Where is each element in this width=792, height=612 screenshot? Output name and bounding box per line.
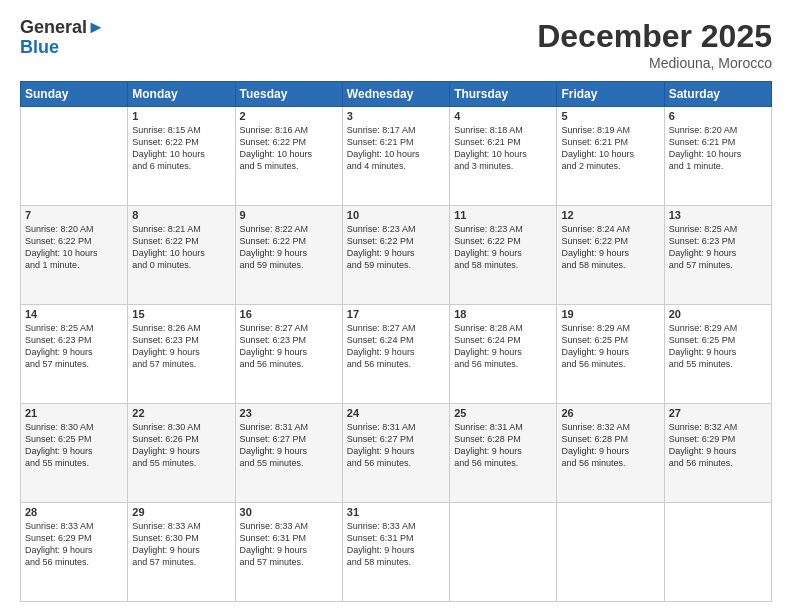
day-cell: 2Sunrise: 8:16 AM Sunset: 6:22 PM Daylig… <box>235 107 342 206</box>
day-cell: 19Sunrise: 8:29 AM Sunset: 6:25 PM Dayli… <box>557 305 664 404</box>
day-number: 25 <box>454 407 552 419</box>
day-cell: 18Sunrise: 8:28 AM Sunset: 6:24 PM Dayli… <box>450 305 557 404</box>
day-cell <box>21 107 128 206</box>
day-cell: 21Sunrise: 8:30 AM Sunset: 6:25 PM Dayli… <box>21 404 128 503</box>
day-cell: 20Sunrise: 8:29 AM Sunset: 6:25 PM Dayli… <box>664 305 771 404</box>
day-info: Sunrise: 8:30 AM Sunset: 6:26 PM Dayligh… <box>132 421 230 470</box>
day-cell <box>664 503 771 602</box>
day-info: Sunrise: 8:28 AM Sunset: 6:24 PM Dayligh… <box>454 322 552 371</box>
day-cell: 17Sunrise: 8:27 AM Sunset: 6:24 PM Dayli… <box>342 305 449 404</box>
day-number: 27 <box>669 407 767 419</box>
weekday-header-saturday: Saturday <box>664 82 771 107</box>
day-info: Sunrise: 8:33 AM Sunset: 6:30 PM Dayligh… <box>132 520 230 569</box>
day-number: 1 <box>132 110 230 122</box>
day-cell: 15Sunrise: 8:26 AM Sunset: 6:23 PM Dayli… <box>128 305 235 404</box>
day-number: 19 <box>561 308 659 320</box>
day-cell: 30Sunrise: 8:33 AM Sunset: 6:31 PM Dayli… <box>235 503 342 602</box>
day-number: 11 <box>454 209 552 221</box>
day-info: Sunrise: 8:20 AM Sunset: 6:22 PM Dayligh… <box>25 223 123 272</box>
day-info: Sunrise: 8:27 AM Sunset: 6:24 PM Dayligh… <box>347 322 445 371</box>
day-number: 3 <box>347 110 445 122</box>
day-info: Sunrise: 8:33 AM Sunset: 6:29 PM Dayligh… <box>25 520 123 569</box>
day-info: Sunrise: 8:25 AM Sunset: 6:23 PM Dayligh… <box>25 322 123 371</box>
logo: General► Blue <box>20 18 105 58</box>
day-number: 18 <box>454 308 552 320</box>
weekday-header-row: SundayMondayTuesdayWednesdayThursdayFrid… <box>21 82 772 107</box>
day-cell: 4Sunrise: 8:18 AM Sunset: 6:21 PM Daylig… <box>450 107 557 206</box>
day-number: 9 <box>240 209 338 221</box>
day-number: 6 <box>669 110 767 122</box>
day-cell: 22Sunrise: 8:30 AM Sunset: 6:26 PM Dayli… <box>128 404 235 503</box>
day-info: Sunrise: 8:25 AM Sunset: 6:23 PM Dayligh… <box>669 223 767 272</box>
day-number: 14 <box>25 308 123 320</box>
day-cell: 1Sunrise: 8:15 AM Sunset: 6:22 PM Daylig… <box>128 107 235 206</box>
day-cell: 8Sunrise: 8:21 AM Sunset: 6:22 PM Daylig… <box>128 206 235 305</box>
day-info: Sunrise: 8:18 AM Sunset: 6:21 PM Dayligh… <box>454 124 552 173</box>
day-info: Sunrise: 8:24 AM Sunset: 6:22 PM Dayligh… <box>561 223 659 272</box>
day-info: Sunrise: 8:17 AM Sunset: 6:21 PM Dayligh… <box>347 124 445 173</box>
day-cell: 27Sunrise: 8:32 AM Sunset: 6:29 PM Dayli… <box>664 404 771 503</box>
day-cell: 25Sunrise: 8:31 AM Sunset: 6:28 PM Dayli… <box>450 404 557 503</box>
day-info: Sunrise: 8:31 AM Sunset: 6:28 PM Dayligh… <box>454 421 552 470</box>
day-info: Sunrise: 8:26 AM Sunset: 6:23 PM Dayligh… <box>132 322 230 371</box>
day-info: Sunrise: 8:22 AM Sunset: 6:22 PM Dayligh… <box>240 223 338 272</box>
day-cell: 24Sunrise: 8:31 AM Sunset: 6:27 PM Dayli… <box>342 404 449 503</box>
day-cell: 11Sunrise: 8:23 AM Sunset: 6:22 PM Dayli… <box>450 206 557 305</box>
day-number: 29 <box>132 506 230 518</box>
logo-text: General► <box>20 18 105 38</box>
weekday-header-monday: Monday <box>128 82 235 107</box>
day-number: 4 <box>454 110 552 122</box>
day-number: 17 <box>347 308 445 320</box>
day-number: 2 <box>240 110 338 122</box>
day-info: Sunrise: 8:31 AM Sunset: 6:27 PM Dayligh… <box>240 421 338 470</box>
day-number: 30 <box>240 506 338 518</box>
day-info: Sunrise: 8:32 AM Sunset: 6:29 PM Dayligh… <box>669 421 767 470</box>
day-number: 22 <box>132 407 230 419</box>
day-cell: 26Sunrise: 8:32 AM Sunset: 6:28 PM Dayli… <box>557 404 664 503</box>
header: General► Blue December 2025 Mediouna, Mo… <box>20 18 772 71</box>
day-info: Sunrise: 8:29 AM Sunset: 6:25 PM Dayligh… <box>669 322 767 371</box>
week-row-1: 1Sunrise: 8:15 AM Sunset: 6:22 PM Daylig… <box>21 107 772 206</box>
day-info: Sunrise: 8:33 AM Sunset: 6:31 PM Dayligh… <box>240 520 338 569</box>
day-info: Sunrise: 8:16 AM Sunset: 6:22 PM Dayligh… <box>240 124 338 173</box>
day-cell: 7Sunrise: 8:20 AM Sunset: 6:22 PM Daylig… <box>21 206 128 305</box>
day-number: 5 <box>561 110 659 122</box>
day-info: Sunrise: 8:23 AM Sunset: 6:22 PM Dayligh… <box>454 223 552 272</box>
day-number: 12 <box>561 209 659 221</box>
day-cell: 13Sunrise: 8:25 AM Sunset: 6:23 PM Dayli… <box>664 206 771 305</box>
day-cell: 16Sunrise: 8:27 AM Sunset: 6:23 PM Dayli… <box>235 305 342 404</box>
day-number: 28 <box>25 506 123 518</box>
week-row-4: 21Sunrise: 8:30 AM Sunset: 6:25 PM Dayli… <box>21 404 772 503</box>
day-number: 7 <box>25 209 123 221</box>
day-cell: 10Sunrise: 8:23 AM Sunset: 6:22 PM Dayli… <box>342 206 449 305</box>
day-number: 8 <box>132 209 230 221</box>
weekday-header-thursday: Thursday <box>450 82 557 107</box>
day-number: 24 <box>347 407 445 419</box>
day-number: 20 <box>669 308 767 320</box>
day-info: Sunrise: 8:29 AM Sunset: 6:25 PM Dayligh… <box>561 322 659 371</box>
day-cell <box>450 503 557 602</box>
day-info: Sunrise: 8:19 AM Sunset: 6:21 PM Dayligh… <box>561 124 659 173</box>
day-info: Sunrise: 8:32 AM Sunset: 6:28 PM Dayligh… <box>561 421 659 470</box>
weekday-header-friday: Friday <box>557 82 664 107</box>
weekday-header-wednesday: Wednesday <box>342 82 449 107</box>
day-number: 16 <box>240 308 338 320</box>
day-cell: 29Sunrise: 8:33 AM Sunset: 6:30 PM Dayli… <box>128 503 235 602</box>
weekday-header-sunday: Sunday <box>21 82 128 107</box>
day-info: Sunrise: 8:15 AM Sunset: 6:22 PM Dayligh… <box>132 124 230 173</box>
calendar-table: SundayMondayTuesdayWednesdayThursdayFrid… <box>20 81 772 602</box>
day-info: Sunrise: 8:20 AM Sunset: 6:21 PM Dayligh… <box>669 124 767 173</box>
page: General► Blue December 2025 Mediouna, Mo… <box>0 0 792 612</box>
logo-blue: Blue <box>20 38 105 58</box>
day-number: 26 <box>561 407 659 419</box>
day-number: 31 <box>347 506 445 518</box>
weekday-header-tuesday: Tuesday <box>235 82 342 107</box>
day-cell: 31Sunrise: 8:33 AM Sunset: 6:31 PM Dayli… <box>342 503 449 602</box>
day-info: Sunrise: 8:31 AM Sunset: 6:27 PM Dayligh… <box>347 421 445 470</box>
day-number: 10 <box>347 209 445 221</box>
title-block: December 2025 Mediouna, Morocco <box>537 18 772 71</box>
day-number: 21 <box>25 407 123 419</box>
day-info: Sunrise: 8:27 AM Sunset: 6:23 PM Dayligh… <box>240 322 338 371</box>
week-row-5: 28Sunrise: 8:33 AM Sunset: 6:29 PM Dayli… <box>21 503 772 602</box>
day-cell <box>557 503 664 602</box>
